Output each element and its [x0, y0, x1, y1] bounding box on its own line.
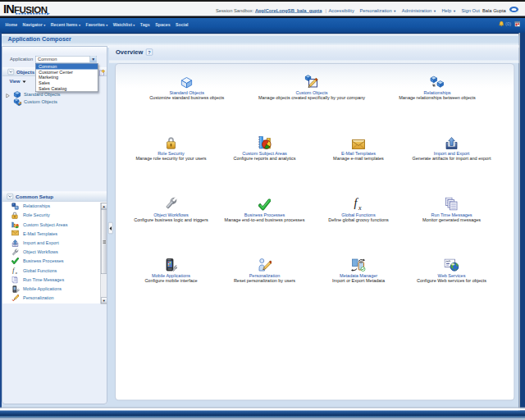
svg-text:x: x [15, 270, 18, 274]
svg-text:x: x [358, 204, 362, 211]
